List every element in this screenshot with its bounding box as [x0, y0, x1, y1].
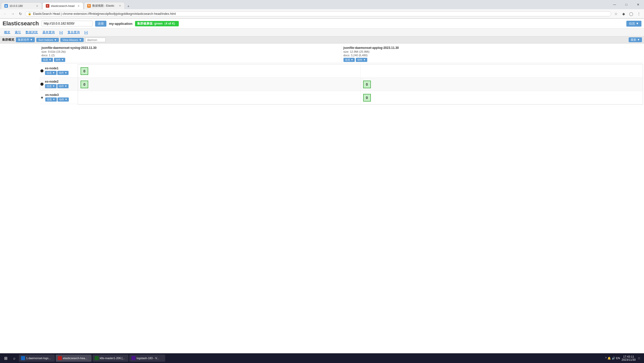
- node-2-action-button[interactable]: 动作 ▼: [57, 84, 69, 88]
- index-2-action-button[interactable]: 动作 ▼: [356, 58, 367, 62]
- taskbar-app-3-label: k8s-master1-206 [...: [100, 357, 125, 360]
- taskbar-app-4[interactable]: logstash-183 - V...: [129, 355, 165, 362]
- node-1-buttons: 信息 ▼ 动作 ▼: [45, 71, 69, 75]
- forward-button[interactable]: →: [10, 11, 16, 17]
- node-1-shard-1-box[interactable]: 0: [81, 67, 88, 75]
- menu-icon[interactable]: ⋮: [636, 11, 642, 17]
- url-bar: 🔒 ElasticSearch Head | chrome-extension:…: [25, 11, 611, 16]
- tab-3-title: 数据视图 - Elastic: [92, 4, 117, 8]
- index-header-2: jsonfile-daemonset-applog-2023.11.30 siz…: [341, 45, 643, 63]
- taskbar-search-button[interactable]: ⌕: [11, 355, 18, 362]
- taskbar: ⊞ ⌕ 1.daemonset-logs... elasticsearch-he…: [0, 353, 644, 363]
- node-2-info: es-node2 信息 ▼ 动作 ▼: [39, 78, 78, 91]
- reload-button[interactable]: ↻: [17, 11, 24, 17]
- newest-button[interactable]: 最新 ▼: [629, 37, 642, 42]
- node-3-status-star: ★: [40, 95, 44, 100]
- node-2-shard-2-box[interactable]: 0: [363, 81, 371, 88]
- tab-3-favicon: 数: [87, 4, 91, 8]
- show-desktop-button[interactable]: □: [637, 357, 641, 360]
- nav-compound-query[interactable]: 复合查询: [65, 29, 82, 35]
- node-names: es-node1 信息 ▼ 动作 ▼ es-node2: [39, 64, 78, 105]
- taskbar-app-3[interactable]: k8s-master1-206 [...: [93, 355, 128, 362]
- taskbar-app-3-icon: [95, 356, 99, 360]
- view-aliases-button[interactable]: View Aliases ▼: [60, 38, 84, 42]
- node-2-shard-2-cell: 0: [361, 78, 643, 91]
- tab-1-favicon: ◉: [4, 4, 8, 8]
- taskbar-tray: ^ 🔔 🔊 EN 17:43:11 2023/11/30 □: [604, 355, 642, 361]
- node-1-details: es-node1 信息 ▼ 动作 ▼: [45, 67, 69, 75]
- extension-icon[interactable]: ◆: [620, 11, 627, 17]
- filter-input[interactable]: [85, 38, 106, 42]
- node-1-action-button[interactable]: 动作 ▼: [57, 71, 69, 75]
- node-2-status-dot: [40, 83, 43, 86]
- maximize-button[interactable]: □: [620, 0, 632, 9]
- nav-overview[interactable]: 概览: [2, 29, 12, 35]
- index-1-action-button[interactable]: 动作 ▼: [54, 58, 65, 62]
- browser-actions: ☆ ◆ ◯ ⋮: [613, 11, 642, 17]
- info-button[interactable]: 信息 ▼: [626, 21, 641, 27]
- tab-bar: ◉ 10.0.0.180 ✕ E elasticsearch-head ✕ 数 …: [0, 0, 644, 19]
- tab-2-title: elasticsearch-head: [51, 4, 75, 7]
- tab-3-close[interactable]: ✕: [118, 4, 121, 7]
- tab-3[interactable]: 数 数据视图 - Elastic ✕: [84, 2, 125, 9]
- index-1-size: size: 9.61ki (19.2ki): [41, 50, 339, 53]
- index-1-info-button[interactable]: 信息 ▼: [41, 58, 53, 62]
- app-nav: 概览 索引 数据浏览 基本查询 [+] 复合查询 [+]: [0, 29, 644, 36]
- node-1-status-dot: [40, 69, 43, 72]
- node-1-shard-1-cell: 0: [78, 64, 361, 78]
- index-header-1: jsonfile-daemonset-syslog-2023.11.30 siz…: [39, 45, 341, 63]
- taskbar-app-4-label: logstash-183 - V...: [137, 357, 159, 360]
- app-name-label: my-application: [109, 22, 132, 26]
- secure-icon: 🔒: [28, 12, 31, 15]
- taskbar-app-2[interactable]: elasticsearch-hea...: [56, 355, 92, 362]
- node-2-shard-1-cell: 0: [78, 78, 361, 91]
- node-1-info-button[interactable]: 信息 ▼: [45, 71, 57, 75]
- index-1-actions: 信息 ▼ 动作 ▼: [41, 58, 339, 62]
- tab-1-close[interactable]: ✕: [36, 5, 39, 7]
- address-bar: ← → ↻ 🔒 ElasticSearch Head | chrome-exte…: [0, 9, 644, 18]
- node-3-shard-2-box[interactable]: 0: [363, 94, 371, 102]
- node-3-action-button[interactable]: 动作 ▼: [58, 97, 69, 102]
- node-1-shard-2-cell: [361, 64, 643, 78]
- index-2-size: size: 12.9Mi (25.9Mi): [343, 50, 641, 53]
- cluster-order-button[interactable]: 集群排序 ▼: [16, 37, 35, 42]
- taskbar-app-1-icon: [21, 356, 25, 360]
- back-button[interactable]: ←: [2, 11, 8, 17]
- elasticsearch-url-input[interactable]: [41, 21, 93, 26]
- shards-grid: 0 0 0: [78, 64, 643, 105]
- app-content: Elasticsearch 连接 my-application 集群健康值: g…: [0, 19, 644, 363]
- taskbar-time: 17:43:11 2023/11/30: [621, 355, 636, 361]
- profile-icon[interactable]: ◯: [628, 11, 634, 17]
- taskbar-app-1[interactable]: 1.daemonset-logs...: [19, 355, 55, 362]
- tab-2[interactable]: E elasticsearch-head ✕: [42, 2, 83, 9]
- minimize-button[interactable]: —: [609, 0, 620, 9]
- index-2-title: jsonfile-daemonset-applog-2023.11.30: [343, 46, 641, 50]
- cluster-health-badge: 集群健康值: green（4 of 4）: [135, 21, 179, 26]
- node-3-info-button[interactable]: 信息 ▼: [45, 97, 57, 102]
- node-3-shards-row: 0: [78, 91, 643, 104]
- nav-basic-query[interactable]: 基本查询: [40, 29, 57, 35]
- nav-index[interactable]: 索引: [13, 29, 23, 35]
- close-button[interactable]: ✕: [632, 0, 644, 9]
- index-content: jsonfile-daemonset-syslog-2023.11.30 siz…: [39, 45, 643, 105]
- connect-button[interactable]: 连接: [95, 21, 106, 27]
- node-2-buttons: 信息 ▼ 动作 ▼: [45, 84, 69, 88]
- tab-1[interactable]: ◉ 10.0.0.180 ✕: [1, 2, 42, 9]
- bookmark-icon[interactable]: ☆: [613, 11, 619, 17]
- node-3-shard-2-cell: 0: [361, 91, 643, 104]
- node-2-shards-row: 0 0: [78, 78, 643, 91]
- sort-indices-button[interactable]: Sort Indices ▼: [36, 38, 59, 42]
- node-2-shard-1-box[interactable]: 0: [81, 81, 88, 88]
- nav-data-browse[interactable]: 数据浏览: [24, 29, 40, 35]
- node-1-name: es-node1: [45, 67, 69, 70]
- new-tab-button[interactable]: +: [125, 3, 131, 9]
- tab-2-close[interactable]: ✕: [77, 5, 80, 7]
- node-2-details: es-node2 信息 ▼ 动作 ▼: [45, 80, 69, 88]
- nav-compound-add[interactable]: [+]: [82, 30, 90, 35]
- node-1-info: es-node1 信息 ▼ 动作 ▼: [39, 64, 78, 78]
- nav-basic-add[interactable]: [+]: [57, 30, 65, 35]
- node-3-shard-1-cell: [78, 91, 361, 104]
- start-button[interactable]: ⊞: [2, 355, 10, 362]
- index-2-info-button[interactable]: 信息 ▼: [343, 58, 355, 62]
- node-2-info-button[interactable]: 信息 ▼: [45, 84, 57, 88]
